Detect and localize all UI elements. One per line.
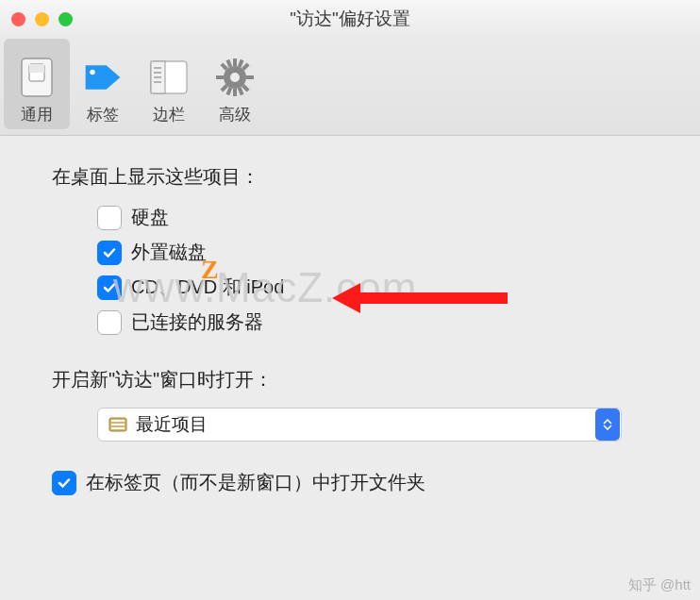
checkbox-label: 外置磁盘: [131, 240, 207, 265]
tag-icon: [82, 57, 124, 98]
close-button[interactable]: [11, 12, 25, 26]
sidebar-icon: [148, 57, 190, 98]
checkbox-cd-dvd-ipod[interactable]: [97, 275, 122, 300]
window-titlebar: "访达"偏好设置: [0, 0, 700, 38]
svg-point-23: [230, 73, 240, 82]
open-in-tabs-row: 在标签页（而不是新窗口）中打开文件夹: [52, 470, 662, 495]
svg-rect-2: [29, 64, 44, 73]
checkbox-label: 在标签页（而不是新窗口）中打开文件夹: [86, 470, 425, 495]
checkbox-label: CD、DVD 和 iPod: [131, 275, 284, 300]
svg-rect-11: [233, 58, 237, 66]
minimize-button[interactable]: [35, 12, 49, 26]
check-icon: [102, 245, 117, 260]
select-arrows-icon: [595, 408, 620, 441]
svg-rect-13: [216, 75, 224, 79]
checkbox-external-disk[interactable]: [97, 241, 122, 265]
new-window-select[interactable]: 最近项目: [97, 408, 622, 442]
desktop-items-label: 在桌面上显示这些项目：: [52, 164, 662, 190]
tab-sidebar[interactable]: 边栏: [136, 39, 202, 129]
svg-rect-20: [225, 87, 232, 95]
checkbox-label: 已连接的服务器: [131, 309, 263, 335]
check-icon: [102, 280, 117, 295]
checkbox-label: 硬盘: [131, 205, 169, 230]
new-window-label: 开启新"访达"窗口时打开：: [52, 367, 662, 392]
check-icon: [57, 475, 72, 491]
checkbox-harddisk[interactable]: [97, 206, 122, 230]
tab-tags[interactable]: 标签: [70, 39, 136, 129]
checkbox-row-external: 外置磁盘: [97, 240, 662, 265]
svg-rect-14: [246, 75, 254, 79]
svg-rect-27: [111, 427, 125, 429]
switch-icon: [16, 57, 58, 98]
tab-label: 通用: [21, 104, 53, 125]
preferences-toolbar: 通用 标签 边栏: [0, 38, 700, 136]
select-value: 最近项目: [136, 412, 595, 437]
desktop-items-list: 硬盘 外置磁盘 CD、DVD 和 iPod 已连接的服务器: [97, 205, 662, 335]
recents-icon: [108, 414, 128, 435]
checkbox-open-in-tabs[interactable]: [52, 471, 76, 495]
gear-icon: [214, 57, 256, 98]
checkbox-row-cddvd: CD、DVD 和 iPod: [97, 275, 662, 300]
checkbox-servers[interactable]: [97, 310, 122, 335]
svg-rect-25: [111, 420, 125, 422]
checkbox-row-servers: 已连接的服务器: [97, 309, 662, 335]
svg-point-3: [90, 70, 95, 75]
tab-label: 高级: [219, 104, 251, 125]
svg-rect-12: [233, 89, 237, 96]
tab-label: 标签: [87, 104, 119, 125]
tab-label: 边栏: [153, 104, 185, 125]
svg-rect-26: [111, 424, 125, 425]
svg-rect-19: [238, 59, 244, 68]
source-watermark: 知乎 @htt: [628, 576, 691, 594]
tab-advanced[interactable]: 高级: [202, 39, 268, 129]
zoom-button[interactable]: [58, 12, 73, 26]
preferences-content: 在桌面上显示这些项目： 硬盘 外置磁盘 CD、DVD 和 iPod 已连接的服务…: [0, 136, 700, 495]
svg-rect-21: [225, 59, 232, 68]
tab-general[interactable]: 通用: [4, 39, 70, 129]
traffic-lights: [11, 12, 73, 26]
window-title: "访达"偏好设置: [0, 7, 700, 31]
checkbox-row-harddisk: 硬盘: [97, 205, 662, 230]
svg-rect-22: [238, 87, 244, 95]
